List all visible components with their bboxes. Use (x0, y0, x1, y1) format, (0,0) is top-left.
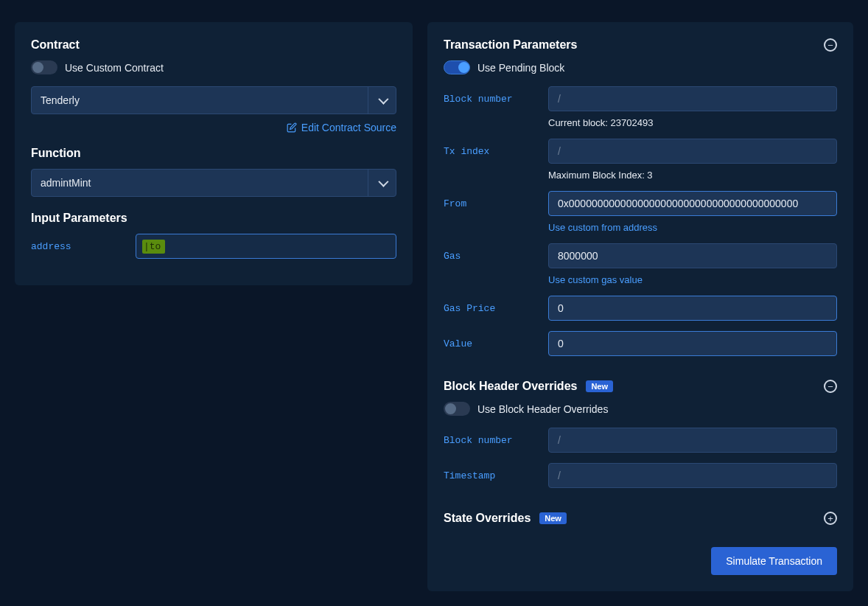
block-header-section: Block Header Overrides New Use Block Hea… (444, 380, 837, 498)
block-header-title: Block Header Overrides (444, 380, 577, 393)
contract-panel: Contract Use Custom Contract Tenderly Ed… (15, 22, 413, 285)
use-custom-contract-toggle[interactable] (31, 60, 57, 74)
current-block-note: Current block: 23702493 (548, 117, 837, 128)
chevron-down-icon (378, 177, 388, 187)
contract-title: Contract (31, 38, 396, 52)
chevron-down-icon (378, 94, 388, 105)
bh-block-number-input[interactable] (548, 428, 837, 453)
function-select-chevron (368, 170, 396, 196)
use-custom-contract-row: Use Custom Contract (31, 60, 396, 74)
tx-params-title: Transaction Parameters (444, 38, 577, 52)
address-label: address (31, 241, 127, 252)
address-param-row: address |to (31, 234, 396, 259)
use-pending-block-toggle[interactable] (444, 60, 470, 74)
state-overrides-section: State Overrides New (444, 512, 837, 534)
block-header-new-badge: New (586, 380, 613, 392)
block-header-collapse[interactable] (824, 380, 837, 393)
gas-price-label: Gas Price (444, 303, 539, 314)
state-overrides-title: State Overrides (444, 512, 531, 525)
value-label: Value (444, 338, 539, 349)
use-custom-contract-label: Use Custom Contract (65, 62, 164, 74)
from-input[interactable] (548, 191, 837, 216)
transaction-panel: Transaction Parameters Use Pending Block… (427, 22, 853, 591)
contract-select[interactable]: Tenderly (31, 86, 396, 114)
function-select-value: admintMint (41, 177, 91, 189)
bh-timestamp-input[interactable] (548, 463, 837, 488)
bh-timestamp-label: Timestamp (444, 470, 539, 481)
address-input[interactable]: |to (136, 234, 396, 259)
function-select[interactable]: admintMint (31, 169, 396, 197)
input-parameters-title: Input Parameters (31, 212, 396, 225)
tx-params-collapse[interactable] (824, 38, 837, 52)
max-block-index-note: Maximum Block Index: 3 (548, 170, 837, 181)
gas-price-input[interactable] (548, 296, 837, 321)
use-block-header-label: Use Block Header Overrides (477, 403, 608, 415)
use-block-header-toggle[interactable] (444, 402, 470, 416)
bh-block-number-label: Block number (444, 435, 539, 446)
value-input[interactable] (548, 331, 837, 356)
use-block-header-row: Use Block Header Overrides (444, 402, 837, 416)
state-overrides-expand[interactable] (824, 512, 837, 525)
block-number-input[interactable] (548, 86, 837, 111)
contract-select-chevron (368, 87, 396, 114)
function-title: Function (31, 147, 396, 160)
tx-index-label: Tx index (444, 146, 539, 157)
edit-contract-source-text: Edit Contract Source (301, 122, 396, 133)
use-custom-gas-link[interactable]: Use custom gas value (548, 274, 837, 285)
use-custom-from-link[interactable]: Use custom from address (548, 222, 837, 233)
block-number-label: Block number (444, 94, 539, 105)
simulate-transaction-button[interactable]: Simulate Transaction (711, 547, 837, 575)
gas-label: Gas (444, 251, 539, 262)
state-overrides-new-badge: New (539, 512, 567, 524)
contract-select-value: Tenderly (41, 94, 80, 106)
edit-contract-source-link[interactable]: Edit Contract Source (31, 122, 396, 133)
address-redacted-value: |to (142, 240, 165, 254)
use-pending-block-label: Use Pending Block (477, 62, 564, 74)
use-pending-block-row: Use Pending Block (444, 60, 837, 74)
tx-index-input[interactable] (548, 139, 837, 164)
gas-input[interactable] (548, 243, 837, 268)
tx-params-section: Transaction Parameters Use Pending Block… (444, 38, 837, 366)
edit-icon (287, 122, 297, 133)
from-label: From (444, 198, 539, 209)
